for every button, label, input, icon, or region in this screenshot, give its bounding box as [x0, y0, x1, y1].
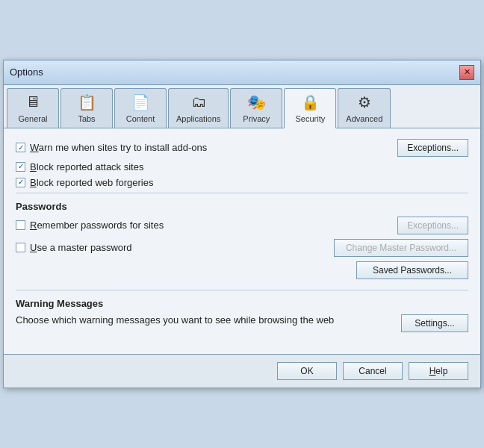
- tab-advanced-label: Advanced: [346, 114, 382, 123]
- titlebar: Options ✕: [4, 60, 480, 85]
- warning-settings-button[interactable]: Settings...: [401, 314, 468, 332]
- block-forgeries-underline: B: [30, 177, 37, 188]
- block-forgeries-text: Block reported web forgeries: [30, 177, 153, 188]
- help-button[interactable]: Help: [409, 362, 468, 380]
- cancel-button[interactable]: Cancel: [343, 362, 403, 380]
- block-attack-underline: B: [30, 161, 37, 172]
- security-icon: 🔒: [300, 92, 320, 113]
- tab-tabs[interactable]: 📋 Tabs: [60, 88, 113, 128]
- close-button[interactable]: ✕: [459, 65, 474, 80]
- help-label-rest: elp: [435, 366, 447, 376]
- advanced-icon: ⚙: [354, 92, 375, 113]
- tab-applications[interactable]: 🗂 Applications: [168, 88, 229, 128]
- remember-passwords-checkbox[interactable]: [16, 220, 25, 230]
- master-password-checkbox[interactable]: [16, 243, 25, 252]
- block-forgeries-checkbox[interactable]: [16, 178, 25, 187]
- window-title: Options: [10, 66, 43, 78]
- tab-privacy-label: Privacy: [243, 114, 270, 123]
- block-forgeries-row: Block reported web forgeries: [16, 177, 468, 188]
- general-icon: 🖥: [22, 92, 43, 113]
- tab-general-label: General: [18, 114, 47, 123]
- warn-addons-underline: W: [30, 142, 39, 153]
- tabs-bar: 🖥 General 📋 Tabs 📄 Content 🗂 Application…: [4, 85, 480, 128]
- saved-passwords-button[interactable]: Saved Passwords...: [356, 261, 468, 279]
- block-attack-text: Block reported attack sites: [30, 161, 143, 172]
- tab-general[interactable]: 🖥 General: [7, 88, 59, 128]
- block-forgeries-label[interactable]: Block reported web forgeries: [16, 177, 468, 188]
- warn-addons-row: Warn me when sites try to install add-on…: [16, 139, 468, 157]
- block-attack-checkbox[interactable]: [16, 162, 25, 172]
- footer: OK Cancel Help: [4, 354, 480, 388]
- change-master-password-button[interactable]: Change Master Password...: [334, 239, 468, 257]
- master-password-row: Use a master password Change Master Pass…: [16, 239, 468, 257]
- remember-passwords-row: Remember passwords for sites Exceptions.…: [16, 217, 468, 234]
- master-password-text: Use a master password: [30, 242, 132, 253]
- ok-button[interactable]: OK: [277, 362, 337, 380]
- master-password-underline: U: [30, 242, 37, 253]
- tab-content-label: Content: [126, 114, 155, 123]
- passwords-section: Passwords Remember passwords for sites E…: [16, 193, 468, 279]
- warn-addons-label[interactable]: Warn me when sites try to install add-on…: [16, 142, 397, 153]
- warning-messages-title: Warning Messages: [16, 298, 468, 309]
- remember-passwords-text: Remember passwords for sites: [30, 220, 164, 231]
- tab-applications-label: Applications: [176, 114, 220, 123]
- warn-addons-text: Warn me when sites try to install add-on…: [30, 142, 207, 153]
- saved-passwords-row: Saved Passwords...: [16, 261, 468, 279]
- warn-addons-checkbox[interactable]: [16, 143, 25, 152]
- block-attack-row: Block reported attack sites: [16, 161, 468, 172]
- passwords-exceptions-button[interactable]: Exceptions...: [397, 217, 468, 234]
- content-icon: 📄: [130, 92, 151, 113]
- block-attack-label[interactable]: Block reported attack sites: [16, 161, 468, 172]
- warning-messages-section: Warning Messages Choose which warning me…: [16, 290, 468, 333]
- tab-security[interactable]: 🔒 Security: [284, 88, 336, 128]
- tab-privacy[interactable]: 🎭 Privacy: [230, 88, 282, 128]
- addons-exceptions-button[interactable]: Exceptions...: [397, 139, 468, 157]
- warning-messages-row: Choose which warning messages you want t…: [16, 314, 468, 333]
- passwords-title: Passwords: [16, 201, 468, 212]
- applications-icon: 🗂: [188, 92, 209, 113]
- options-window: Options ✕ 🖥 General 📋 Tabs 📄 Content 🗂 A…: [3, 60, 481, 388]
- tab-security-label: Security: [295, 114, 325, 123]
- tab-content[interactable]: 📄 Content: [114, 88, 167, 128]
- remember-passwords-label[interactable]: Remember passwords for sites: [16, 220, 397, 231]
- tab-advanced[interactable]: ⚙ Advanced: [338, 88, 391, 128]
- warning-messages-desc: Choose which warning messages you want t…: [16, 314, 394, 327]
- privacy-icon: 🎭: [246, 92, 267, 113]
- tab-tabs-label: Tabs: [78, 114, 95, 123]
- tabs-icon: 📋: [76, 92, 97, 113]
- content-area: Warn me when sites try to install add-on…: [4, 128, 480, 354]
- remember-passwords-underline: R: [30, 220, 37, 231]
- master-password-label[interactable]: Use a master password: [16, 242, 334, 253]
